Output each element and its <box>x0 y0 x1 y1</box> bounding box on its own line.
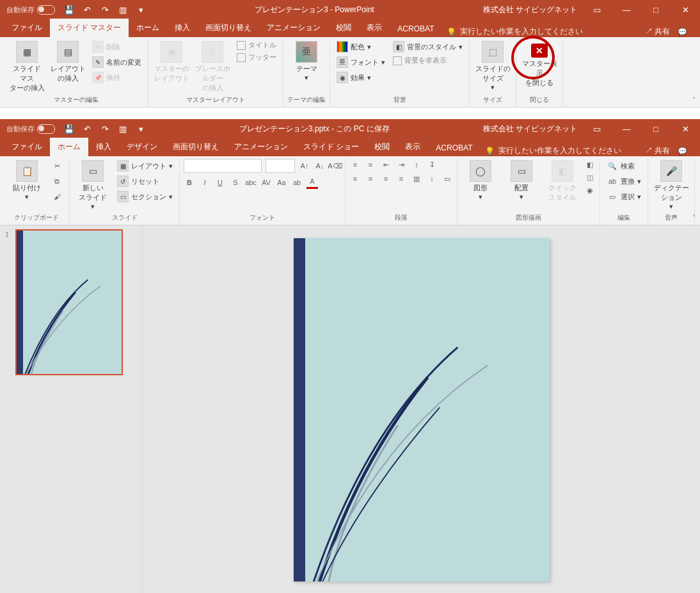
tab-view[interactable]: 表示 <box>359 19 390 37</box>
strikethrough-icon: S <box>230 177 241 188</box>
select-icon: ▭ <box>607 191 618 202</box>
close-icon[interactable]: ✕ <box>671 0 700 19</box>
delete-icon: ✕ <box>92 41 104 53</box>
tab-file[interactable]: ファイル <box>4 19 50 37</box>
tab-acrobat[interactable]: ACROBAT <box>390 20 441 37</box>
reset-icon: ↺ <box>117 175 129 187</box>
insert-layout-button[interactable]: ▤レイアウト の挿入 <box>49 40 87 85</box>
maximize-icon[interactable]: □ <box>641 119 671 138</box>
title-checkbox: タイトル <box>234 40 279 51</box>
chevron-down-icon: ▾ <box>25 193 29 201</box>
share-button[interactable]: ↗ 共有 <box>645 26 670 37</box>
ribbon-display-icon[interactable]: ▭ <box>582 0 612 19</box>
select-button[interactable]: ▭選択 ▾ <box>604 190 644 204</box>
close-icon[interactable]: ✕ <box>671 119 700 138</box>
maximize-icon[interactable]: □ <box>641 0 671 19</box>
undo-icon[interactable]: ↶ <box>82 4 92 15</box>
tab-review[interactable]: 校閲 <box>367 138 397 156</box>
effects-button[interactable]: ◉効果 ▾ <box>334 70 388 85</box>
redo-icon[interactable]: ↷ <box>100 124 110 134</box>
customize-qat-icon[interactable]: ▾ <box>136 124 146 134</box>
start-from-beginning-icon[interactable]: ▥ <box>118 124 128 134</box>
search-icon: 🔍 <box>607 160 618 172</box>
slide-canvas-area[interactable] <box>143 225 700 593</box>
quick-access-toolbar: 💾 ↶ ↷ ▥ ▾ <box>64 4 146 15</box>
save-icon[interactable]: 💾 <box>64 124 74 134</box>
rename-button[interactable]: ✎名前の変更 <box>90 55 144 69</box>
customize-qat-icon[interactable]: ▾ <box>136 4 146 15</box>
copy-button[interactable]: ⧉ <box>49 174 65 188</box>
titlebar: 自動保存 💾 ↶ ↷ ▥ ▾ プレゼンテーション3.pptx - この PC に… <box>0 119 700 138</box>
themes-button[interactable]: 亜テーマ▾ <box>287 40 326 83</box>
tab-slide-master[interactable]: スライド マスター <box>50 19 129 37</box>
tab-file[interactable]: ファイル <box>4 138 50 156</box>
collapse-ribbon-icon[interactable]: ˄ <box>692 96 696 104</box>
share-button[interactable]: ↗ 共有 <box>645 145 670 156</box>
tab-slideshow[interactable]: スライド ショー <box>296 138 367 156</box>
columns-icon: ▥ <box>411 173 422 184</box>
colors-button[interactable]: 配色 ▾ <box>334 40 388 54</box>
redo-icon[interactable]: ↷ <box>100 4 110 15</box>
tab-acrobat[interactable]: ACROBAT <box>428 140 480 156</box>
replace-button[interactable]: ab置換 ▾ <box>604 174 644 188</box>
format-painter-button[interactable]: 🖌 <box>49 190 65 204</box>
chevron-down-icon: ▾ <box>91 202 95 211</box>
font-size-combo <box>266 159 295 173</box>
tab-transitions[interactable]: 画面切り替え <box>165 138 227 156</box>
save-icon[interactable]: 💾 <box>64 4 74 15</box>
ribbon-display-icon[interactable]: ▭ <box>582 119 612 138</box>
comments-icon[interactable]: 💬 <box>678 28 687 37</box>
layout-button[interactable]: ▦レイアウト ▾ <box>115 159 175 173</box>
tell-me[interactable]: 💡 実行したい作業を入力してください <box>447 26 583 37</box>
slide-size-icon: ⬚ <box>482 41 504 63</box>
tab-animations[interactable]: アニメーション <box>227 138 296 156</box>
account-name[interactable]: 株式会社 サイビッグネット <box>483 4 577 15</box>
collapse-ribbon-icon[interactable]: ˄ <box>692 214 696 222</box>
shapes-button[interactable]: ◯図形▾ <box>461 159 500 202</box>
minimize-icon[interactable]: — <box>612 119 641 138</box>
smartart-icon: ▭ <box>441 173 453 184</box>
comments-icon[interactable]: 💬 <box>678 147 687 156</box>
section-button[interactable]: ▭セクション ▾ <box>115 190 175 204</box>
background-styles-button[interactable]: ◧背景のスタイル ▾ <box>390 40 465 54</box>
fonts-button[interactable]: 亜フォント ▾ <box>334 55 388 69</box>
tab-home[interactable]: ホーム <box>129 19 167 37</box>
minimize-icon[interactable]: — <box>612 0 641 19</box>
tab-animations[interactable]: アニメーション <box>259 19 328 37</box>
slide[interactable] <box>294 238 550 581</box>
thumbnail-1[interactable]: 1 <box>15 229 138 375</box>
tab-view[interactable]: 表示 <box>397 138 428 156</box>
tab-review[interactable]: 校閲 <box>328 19 359 37</box>
autosave-label: 自動保存 <box>6 5 35 15</box>
cut-button[interactable]: ✂ <box>49 159 65 173</box>
autosave-toggle[interactable]: 自動保存 <box>6 124 55 134</box>
arrange-button[interactable]: ▭配置▾ <box>502 159 541 202</box>
insert-placeholder-button: ▯プレースホルダー の挿入 <box>193 40 232 94</box>
paste-button[interactable]: 📋貼り付け▾ <box>8 159 46 202</box>
new-slide-button[interactable]: ▭新しい スライド▾ <box>74 159 112 212</box>
mic-icon: 🎤 <box>660 160 682 182</box>
slide-thumbnails-pane[interactable]: 1 <box>0 225 143 593</box>
close-master-view-button[interactable]: ✕ マスター表示 を閉じる <box>520 40 559 89</box>
start-from-beginning-icon[interactable]: ▥ <box>118 4 128 15</box>
quick-styles-icon: ◧ <box>552 160 573 182</box>
slide-artwork <box>17 273 122 374</box>
tab-transitions[interactable]: 画面切り替え <box>198 19 259 37</box>
shape-outline-icon: ◫ <box>584 172 596 183</box>
insert-slide-master-button[interactable]: ▦スライド マス ターの挿入 <box>8 40 46 94</box>
tell-me[interactable]: 💡 実行したい作業を入力してください <box>485 145 621 156</box>
autosave-toggle[interactable]: 自動保存 <box>6 5 55 15</box>
tab-insert[interactable]: 挿入 <box>88 138 119 156</box>
reset-button[interactable]: ↺リセット <box>115 174 175 188</box>
tab-design[interactable]: デザイン <box>119 138 165 156</box>
footer-checkbox: フッター <box>234 52 279 63</box>
account-name[interactable]: 株式会社 サイビッグネット <box>483 124 577 134</box>
group-label: 音声 <box>665 212 678 225</box>
tab-insert[interactable]: 挿入 <box>167 19 198 37</box>
slide-size-button[interactable]: ⬚スライドの サイズ▾ <box>473 40 512 93</box>
dictate-button[interactable]: 🎤ディクテー ション▾ <box>652 159 690 212</box>
effects-icon: ◉ <box>337 72 348 83</box>
find-button[interactable]: 🔍検索 <box>604 159 644 173</box>
tab-home[interactable]: ホーム <box>50 138 88 156</box>
undo-icon[interactable]: ↶ <box>82 124 92 134</box>
